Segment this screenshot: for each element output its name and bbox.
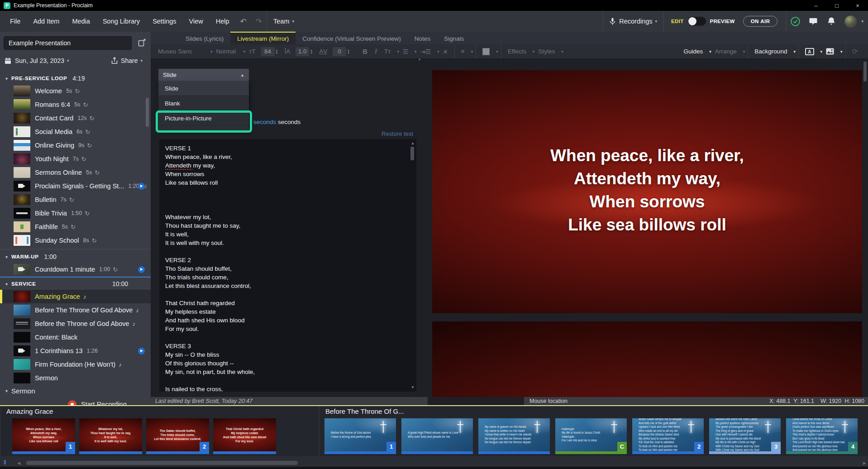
section-pre-service-loop[interactable]: ▾ PRE-SERVICE LOOP 4:19 — [0, 72, 151, 84]
menu-add-item[interactable]: Add Item — [27, 11, 66, 32]
recordings-menu[interactable]: Recordings▾ — [603, 18, 663, 25]
play-badge[interactable] — [138, 183, 145, 190]
item-faithlife[interactable]: Faithlife5s↻ — [0, 220, 151, 234]
tab-signals[interactable]: Signals — [437, 32, 471, 44]
option-picture-in-picture[interactable]: Picture-in-Picture — [158, 111, 249, 126]
slide-type-select[interactable]: Slide▲ — [158, 69, 249, 81]
item-contact-card[interactable]: Contact Card12s↻ — [0, 111, 151, 125]
tab-slides-lyrics[interactable]: Slides (Lyrics) — [179, 32, 230, 44]
minimize-button[interactable]: – — [806, 0, 826, 11]
font-weight-select[interactable]: Normal — [213, 48, 241, 55]
option-slide[interactable]: Slide — [158, 81, 249, 96]
item-bulletin[interactable]: Bulletin7s↻ — [0, 193, 151, 206]
styles-menu[interactable]: Styles — [534, 48, 558, 55]
bold-button[interactable]: B — [359, 48, 371, 55]
menu-song-library[interactable]: Song Library — [96, 11, 146, 32]
start-recording-button[interactable]: Start Recording — [0, 397, 151, 405]
item-content-black[interactable]: Content: Black — [0, 330, 151, 344]
filmstrip-slide[interactable]: When Satan tempts me to despair And tell… — [632, 418, 704, 454]
collapse-icon[interactable]: ▾ — [5, 254, 8, 259]
user-avatar[interactable] — [840, 15, 858, 28]
filmstrip-slide[interactable]: My name is graven on His hands My name i… — [478, 418, 550, 454]
text-box-button[interactable]: A — [801, 48, 818, 55]
item-youth-night[interactable]: Youth Night7s↻ — [0, 152, 151, 166]
filmstrip-slide[interactable]: Tho Satan should buffet, Tho trials shou… — [146, 418, 209, 454]
arrange-menu[interactable]: Arrange — [711, 48, 740, 55]
filmstrip-slide[interactable]: A great High Priest whose name is Love W… — [401, 418, 473, 454]
clear-formatting-button[interactable]: ✕ — [439, 48, 452, 55]
maximize-button[interactable]: □ — [826, 0, 847, 11]
italic-button[interactable]: I — [371, 48, 381, 55]
item-sermons-online[interactable]: Sermons Online5s↻ — [0, 166, 151, 179]
letter-spacing-stepper[interactable]: ▲▼ — [347, 49, 350, 54]
on-air-button[interactable]: ON AIR — [743, 16, 778, 27]
filmstrip-slide[interactable]: I bow before the cross of Christ And mar… — [786, 418, 858, 454]
collapse-icon[interactable]: ▾ — [5, 76, 8, 81]
redo-icon[interactable]: ↷ — [251, 17, 267, 26]
sidebar-scrollbar[interactable] — [147, 64, 150, 399]
filmstrip-slide[interactable]: That Christ hath regarded My helpless es… — [213, 418, 276, 454]
collapse-filmstrip-icon[interactable]: ▼▼ — [2, 460, 8, 465]
share-button[interactable]: Share▾ — [111, 57, 143, 64]
filmstrip-slide[interactable]: Behold Him there the risen Lamb My perfe… — [709, 418, 781, 454]
chat-icon[interactable] — [805, 17, 823, 26]
edit-preview-toggle[interactable] — [688, 17, 706, 26]
filmstrip-slide[interactable]: When peace, like a river, Attendeth my w… — [12, 418, 75, 454]
item-1-corinthians[interactable]: 1 Corinthians 131:26 — [0, 344, 151, 358]
indent-button[interactable]: ⇥☰ — [417, 48, 434, 55]
item-before-the-throne-1[interactable]: Before The Throne Of God Above♪ — [0, 303, 151, 317]
collapse-icon[interactable]: ▾ — [5, 388, 8, 393]
insert-image-button[interactable] — [822, 48, 838, 55]
align-button[interactable]: ≡ — [458, 48, 468, 55]
status-check-icon[interactable] — [786, 17, 805, 26]
line-height-stepper[interactable]: ▲▼ — [310, 49, 313, 54]
item-firm-foundation[interactable]: Firm Foundation (He Won't)♪ — [0, 358, 151, 371]
item-sunday-school[interactable]: Sunday School8s↻ — [0, 234, 151, 247]
item-amazing-grace[interactable]: Amazing Grace♪ — [0, 290, 151, 303]
menu-settings[interactable]: Settings — [146, 11, 182, 32]
filmstrip-slide[interactable]: Hallelujah My life is found in Jesus Chr… — [555, 418, 627, 454]
slide-preview-current[interactable]: When peace, like a river, Attendeth my w… — [432, 70, 862, 313]
undo-icon[interactable]: ↶ — [236, 17, 251, 26]
team-menu[interactable]: Team▾ — [267, 11, 300, 32]
lyrics-text[interactable]: VERSE 1 When peace, like a river, Attend… — [165, 144, 405, 392]
filmstrip-slide[interactable]: Before the throne of God above I have a … — [324, 418, 396, 454]
slide-preview-next[interactable] — [432, 321, 862, 397]
menu-view[interactable]: View — [183, 11, 210, 32]
play-badge[interactable] — [138, 266, 145, 273]
transition-duration-link[interactable]: seconds — [253, 119, 276, 125]
new-presentation-icon[interactable] — [138, 38, 146, 48]
tab-confidence[interactable]: Confidence (Virtual Screen Preview) — [296, 32, 407, 44]
section-service[interactable]: ▾ SERVICE 10:00 — [0, 278, 151, 290]
lyrics-editor[interactable]: VERSE 1 When peace, like a river, Attend… — [159, 139, 416, 392]
play-badge[interactable] — [138, 348, 145, 354]
effects-menu[interactable]: Effects — [504, 48, 530, 55]
scroll-left-icon[interactable]: ◀ — [17, 461, 20, 465]
collapse-icon[interactable]: ▾ — [5, 282, 8, 287]
scroll-up-icon[interactable]: ▲ — [418, 57, 421, 61]
lyrics-scrollbar[interactable]: ▲ ▼ — [410, 140, 415, 390]
content-scrollbar[interactable] — [863, 60, 867, 396]
font-size-stepper[interactable]: ▲▼ — [276, 49, 278, 54]
notifications-bell-icon[interactable] — [823, 17, 840, 26]
section-sermon[interactable]: ▾ Sermon — [0, 385, 151, 397]
guides-menu[interactable]: Guides — [680, 48, 706, 55]
menu-file[interactable]: File — [4, 11, 27, 32]
tab-livestream-mirror[interactable]: Livestream (Mirror) — [230, 32, 296, 44]
item-bible-trivia[interactable]: Bible Trivia1:50↻ — [0, 206, 151, 220]
list-button[interactable]: ☰ — [399, 48, 412, 55]
restore-text-link[interactable]: Restore text — [382, 130, 413, 137]
item-romans[interactable]: Romans 6:45s↻ — [0, 98, 151, 111]
item-proclaim-signals[interactable]: Proclaim Signals - Getting St...1:20↻ — [0, 179, 151, 193]
background-menu[interactable]: Background — [751, 48, 791, 55]
item-welcome[interactable]: Welcome5s↻ — [0, 84, 151, 98]
font-family-select[interactable]: Museo Sans — [154, 48, 208, 55]
option-blank[interactable]: Blank — [158, 96, 249, 111]
item-countdown[interactable]: Countdown 1 minute1:00↻ — [0, 263, 151, 276]
service-date[interactable]: Sun, Jul 23, 2023 — [15, 57, 64, 64]
scroll-right-icon[interactable]: ▶ — [863, 461, 866, 465]
letter-spacing-input[interactable]: 0 — [333, 47, 346, 56]
item-before-the-throne-2[interactable]: Before the Throne of God Above♪ — [0, 317, 151, 330]
item-social-media[interactable]: Social Media6s↻ — [0, 125, 151, 139]
sync-icon[interactable]: ⟳ — [849, 47, 862, 56]
